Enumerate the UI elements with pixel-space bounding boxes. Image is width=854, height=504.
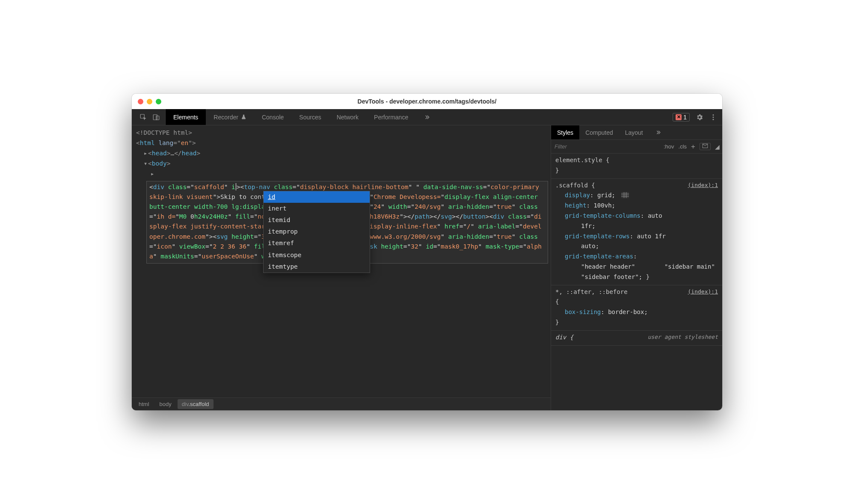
autocomplete-item[interactable]: itemscope <box>264 249 370 261</box>
style-rule-element-style[interactable]: element.style { } <box>551 154 722 179</box>
dom-breadcrumb: html body div.scaffold <box>132 397 551 410</box>
chevrons-right-icon <box>655 129 661 136</box>
grid-badge-icon[interactable] <box>621 192 629 198</box>
svg-point-3 <box>713 114 714 116</box>
svg-rect-2 <box>156 116 159 120</box>
tab-performance[interactable]: Performance <box>366 109 416 125</box>
window-titlebar: DevTools - developer.chrome.com/tags/dev… <box>132 94 722 109</box>
html-element-node[interactable]: <html lang="en"> <box>136 138 551 148</box>
device-toolbar-icon[interactable] <box>152 113 160 121</box>
breadcrumb-item[interactable]: body <box>155 399 176 409</box>
tab-sources[interactable]: Sources <box>291 109 329 125</box>
new-style-rule-button[interactable]: + <box>691 142 695 151</box>
expand-triangle-icon[interactable]: ▸ <box>150 169 155 179</box>
settings-gear-icon[interactable] <box>696 113 703 121</box>
svg-rect-1 <box>153 115 157 120</box>
sidebar-tab-styles[interactable]: Styles <box>551 125 579 139</box>
style-rule-user-agent[interactable]: user agent stylesheet div { <box>551 331 722 346</box>
styles-filter-input[interactable] <box>554 142 659 151</box>
svg-point-4 <box>713 116 714 118</box>
inspect-element-icon[interactable] <box>139 113 147 121</box>
user-agent-label: user agent stylesheet <box>648 332 718 342</box>
minimize-window-button[interactable] <box>147 99 152 104</box>
tab-elements[interactable]: Elements <box>166 109 206 125</box>
attribute-autocomplete-popup[interactable]: id inert itemid itemprop itemref itemsco… <box>263 191 370 273</box>
body-element-node[interactable]: ▾<body> <box>136 159 551 169</box>
head-element-node[interactable]: ▸<head>…</head> <box>136 148 551 159</box>
tab-recorder[interactable]: Recorder <box>206 109 254 125</box>
more-vertical-icon[interactable] <box>709 113 717 121</box>
doctype-node: <!DOCTYPE html> <box>136 129 192 136</box>
autocomplete-item[interactable]: id <box>264 191 370 203</box>
autocomplete-item[interactable]: itemprop <box>264 226 370 237</box>
flask-icon <box>241 114 246 120</box>
computed-styles-sidebar-icon[interactable] <box>700 143 711 150</box>
style-rule-scaffold[interactable]: (index):1 .scaffold { display: grid; hei… <box>551 179 722 285</box>
traffic-lights <box>138 99 161 104</box>
style-rule-universal[interactable]: (index):1 *, ::after, ::before{ box-sizi… <box>551 285 722 331</box>
chevrons-right-icon <box>424 114 430 121</box>
autocomplete-item[interactable]: itemtype <box>264 261 370 273</box>
error-icon: ✕ <box>676 114 682 120</box>
tab-console[interactable]: Console <box>254 109 291 125</box>
sidebar-tab-layout[interactable]: Layout <box>619 125 649 139</box>
collapse-triangle-icon[interactable]: ▾ <box>143 159 148 169</box>
tab-network[interactable]: Network <box>329 109 366 125</box>
expand-triangle-icon[interactable]: ▸ <box>143 148 148 159</box>
breadcrumb-item[interactable]: html <box>134 399 154 409</box>
toggle-hover-button[interactable]: :hov <box>664 143 674 150</box>
zoom-window-button[interactable] <box>156 99 161 104</box>
sidebar-tab-computed[interactable]: Computed <box>579 125 619 139</box>
toggle-classes-button[interactable]: .cls <box>679 143 687 150</box>
autocomplete-item[interactable]: itemref <box>264 237 370 249</box>
source-link[interactable]: (index):1 <box>688 287 718 296</box>
styles-sidebar: Styles Computed Layout :hov .cls + ◢ <box>551 125 722 410</box>
autocomplete-item[interactable]: itemid <box>264 214 370 226</box>
sidebar-tabs-overflow[interactable] <box>649 125 667 139</box>
autocomplete-item[interactable]: inert <box>264 203 370 214</box>
error-count: 1 <box>683 114 687 121</box>
resize-corner-icon: ◢ <box>715 143 720 150</box>
window-title: DevTools - developer.chrome.com/tags/dev… <box>132 98 722 105</box>
source-link[interactable]: (index):1 <box>688 181 718 190</box>
tabs-overflow-button[interactable] <box>416 109 438 125</box>
error-count-badge[interactable]: ✕ 1 <box>673 113 690 122</box>
dom-tree[interactable]: <!DOCTYPE html> <html lang="en"> ▸<head>… <box>132 125 551 397</box>
breadcrumb-item-active[interactable]: div.scaffold <box>178 399 214 409</box>
devtools-tabstrip: Elements Recorder Console Sources Networ… <box>132 109 722 125</box>
close-window-button[interactable] <box>138 99 143 104</box>
svg-point-5 <box>713 119 714 120</box>
edit-as-html-box[interactable]: id inert itemid itemprop itemref itemsco… <box>146 181 548 264</box>
